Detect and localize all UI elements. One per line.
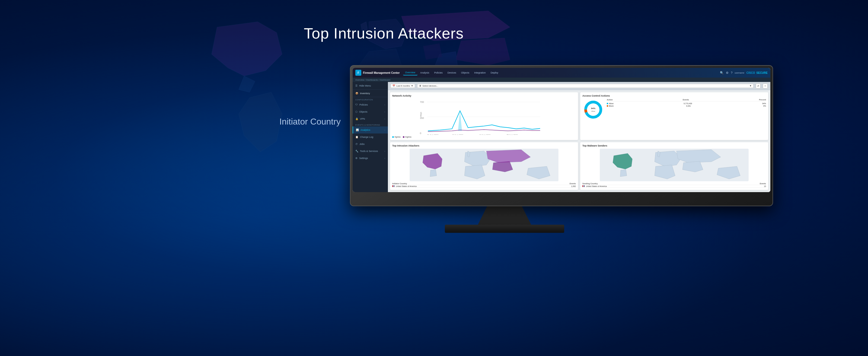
inventory-icon: 📦 <box>355 92 358 95</box>
chevron-right-icon: › <box>384 103 385 106</box>
sidebar-tools-services[interactable]: 🔧 Tools & Services › <box>352 148 388 155</box>
table-row: Allow 9,770,430 94% <box>607 102 766 105</box>
svg-text:10 Aug 2022: 10 Aug 2022 <box>452 134 463 135</box>
settings-icon[interactable]: ⚙ <box>726 71 728 75</box>
cisco-secure-badge: CISCO SECURE <box>746 71 768 75</box>
fmc-sidebar: ☰ Hide Menu 📦 Inventory Configuration 🛡 … <box>352 82 388 192</box>
malware-country-table: Sending Country Events United States of … <box>582 182 766 188</box>
sidebar-hide-menu[interactable]: ☰ Hide Menu <box>352 82 388 90</box>
hamburger-icon: ☰ <box>355 84 358 87</box>
monitor-frame: F Firewall Management Center Overview An… <box>350 65 773 206</box>
settings-sidebar-icon: ⚙ <box>355 157 358 159</box>
device-filter-select[interactable]: 🖥 Select devices... ▼ <box>417 84 753 88</box>
country-header-row: Initiator Country Events <box>392 182 576 185</box>
jobs-icon: ⏱ <box>355 143 358 145</box>
calendar-icon: 📅 <box>393 85 395 87</box>
allow-action: Allow <box>607 102 614 105</box>
country-header-row-2: Sending Country Events <box>582 182 766 185</box>
initiator-country-label: Initiator Country <box>279 117 341 127</box>
chevron-right-icon-2: › <box>384 111 385 113</box>
access-table-header: Action Events Percent <box>607 99 766 101</box>
sidebar-policies[interactable]: 🛡 Policies › <box>352 101 388 108</box>
time-filter-select[interactable]: 📅 Last 6 months ▼ <box>391 84 415 88</box>
intrusion-map <box>392 149 576 181</box>
legend-egress: Egress <box>392 136 401 138</box>
tools-icon: 🔧 <box>355 150 358 152</box>
access-control-title: Access Control Actions <box>582 94 766 97</box>
fmc-logo-icon: F <box>355 70 361 76</box>
sidebar-inventory[interactable]: 📦 Inventory <box>352 90 388 97</box>
access-control-layout: 94% Allow Action Events Percent <box>582 99 766 138</box>
svg-text:350: 350 <box>420 117 424 119</box>
changelog-icon: 📋 <box>355 136 358 138</box>
analytics-icon: 📊 <box>356 129 359 131</box>
malware-map <box>582 149 766 181</box>
fmc-topbar-right: 🔍 ⚙ ? username CISCO SECURE <box>720 71 768 75</box>
network-activity-chart: 700 350 0 <box>392 99 576 135</box>
legend-ingress: Ingress <box>403 136 411 138</box>
egress-dot <box>392 136 394 138</box>
search-icon[interactable]: 🔍 <box>720 71 724 75</box>
nav-objects[interactable]: Objects <box>459 70 472 75</box>
usa-flag <box>392 185 394 187</box>
fmc-application: F Firewall Management Center Overview An… <box>352 68 770 192</box>
refresh-button[interactable]: ↺ <box>756 84 761 88</box>
access-control-widget: Access Control Actions 9 <box>580 92 768 140</box>
fmc-nav-links: Overview Analysis Policies Devices Objec… <box>403 70 720 76</box>
dashboard-grid: Network Activity 700 350 0 <box>388 90 770 192</box>
block-action: Block <box>607 105 614 107</box>
svg-text:0: 0 <box>420 132 421 135</box>
nav-analysis[interactable]: Analysis <box>418 70 432 75</box>
sidebar-analytics[interactable]: 📊 Analytics › <box>352 126 388 134</box>
add-widget-button[interactable]: + <box>763 84 768 88</box>
sidebar-section-events: Events & Monitoring <box>352 122 388 126</box>
chevron-right-icon-6: › <box>384 157 385 159</box>
sidebar-objects[interactable]: ⬡ Objects › <box>352 108 388 115</box>
sidebar-settings[interactable]: ⚙ Settings › <box>352 155 388 162</box>
network-activity-widget: Network Activity 700 350 0 <box>390 92 578 140</box>
svg-point-15 <box>588 105 598 115</box>
dropdown-arrow-icon-2: ▼ <box>749 85 752 87</box>
donut-chart-area: 94% Allow <box>582 99 604 138</box>
sidebar-jobs[interactable]: ⏱ Jobs <box>352 141 388 148</box>
country-row-2: United States of America 13 <box>582 185 766 188</box>
table-row: Block 3,341 6% <box>607 105 766 107</box>
breadcrumb: Overview / Dashboards / Dashboard <box>352 78 770 82</box>
top-malware-senders-widget: Top Malware Senders <box>580 142 768 190</box>
country-row: United States of America 1,692 <box>392 185 576 188</box>
nav-overview[interactable]: Overview <box>403 70 418 76</box>
svg-text:94%: 94% <box>591 107 595 110</box>
chevron-right-icon-3: › <box>384 118 385 120</box>
page-title: Top Intrusion Attackers <box>304 24 464 42</box>
access-control-table: Action Events Percent Allow <box>607 99 766 138</box>
sidebar-section-configuration: Configuration <box>352 97 388 101</box>
vpn-icon: 🔒 <box>355 118 358 120</box>
network-chart-legend: Egress Ingress <box>392 136 576 138</box>
nav-deploy[interactable]: Deploy <box>489 70 500 75</box>
usa-flag-2 <box>582 185 585 187</box>
intrusion-country-table: Initiator Country Events United States o… <box>392 182 576 188</box>
fmc-content: 📅 Last 6 months ▼ 🖥 Select devices... ▼ … <box>388 82 770 192</box>
monitor-base <box>445 225 564 233</box>
objects-icon: ⬡ <box>355 111 358 113</box>
intrusion-attackers-title: Top Intrusion Attackers <box>392 144 576 147</box>
svg-text:01 Aug 2022: 01 Aug 2022 <box>427 134 438 135</box>
nav-integration[interactable]: Integration <box>472 70 488 75</box>
help-icon[interactable]: ? <box>731 71 733 75</box>
block-color-dot <box>607 105 608 107</box>
sidebar-change-log[interactable]: 📋 Change Log <box>352 134 388 141</box>
sidebar-vpn[interactable]: 🔒 VPN › <box>352 115 388 122</box>
svg-text:25 Aug 2022: 25 Aug 2022 <box>506 134 518 135</box>
fmc-logo-area: F Firewall Management Center <box>355 70 400 76</box>
monitor-icon: 🖥 <box>419 85 421 87</box>
fmc-main: ☰ Hide Menu 📦 Inventory Configuration 🛡 … <box>352 82 770 192</box>
user-info[interactable]: username <box>735 71 744 74</box>
monitor-bezel: F Firewall Management Center Overview An… <box>352 68 770 192</box>
ingress-dot <box>403 136 404 138</box>
nav-devices[interactable]: Devices <box>445 70 458 75</box>
nav-policies[interactable]: Policies <box>432 70 445 75</box>
svg-text:700: 700 <box>420 101 424 103</box>
top-intrusion-attackers-widget: Top Intrusion Attackers <box>390 142 578 190</box>
network-activity-title: Network Activity <box>392 94 576 97</box>
policies-icon: 🛡 <box>355 103 358 106</box>
